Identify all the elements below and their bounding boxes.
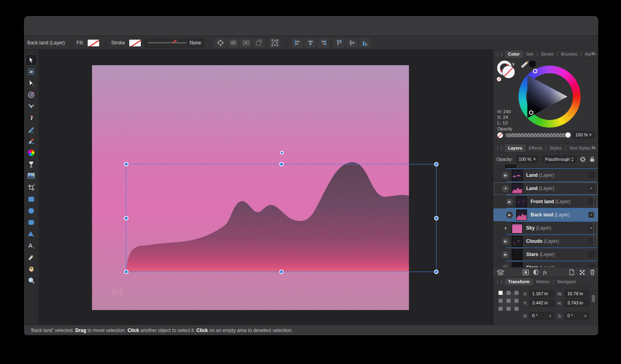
expand-arrow-icon[interactable]: ▶: [502, 251, 509, 258]
tab-layers[interactable]: Layers: [505, 144, 525, 152]
opacity-none-swatch[interactable]: [497, 132, 503, 138]
selection-handle-top-left[interactable]: [124, 162, 128, 166]
h-field[interactable]: 3.743 in: [565, 299, 589, 307]
triangle-tool[interactable]: [25, 228, 37, 240]
panel-grip[interactable]: ❘❘: [496, 146, 503, 150]
visibility-checkbox[interactable]: [589, 252, 594, 257]
layer-row-land-2[interactable]: ▼ Land (Layer) ✓: [493, 182, 598, 195]
blend-mode-dropdown[interactable]: Passthrough▲▼: [542, 155, 577, 163]
transparency-tool[interactable]: [25, 158, 37, 170]
selection-handle-bottom-center[interactable]: [279, 270, 284, 274]
opacity-slider[interactable]: [505, 133, 569, 137]
selection-bounding-box[interactable]: [126, 164, 437, 272]
align-middle-icon[interactable]: [346, 38, 358, 48]
opacity-slider-handle[interactable]: [565, 132, 571, 138]
layers-opacity-dropdown[interactable]: 100 %▼: [516, 155, 539, 163]
align-right-icon[interactable]: [317, 38, 329, 48]
delete-layer-trash-icon[interactable]: [590, 269, 595, 275]
layer-row-land-1[interactable]: ▶ Land (Layer): [493, 169, 598, 182]
layer-row-partial-top[interactable]: [493, 164, 598, 169]
tab-history[interactable]: History: [533, 278, 553, 286]
tab-text-styles[interactable]: Text Styles: [566, 144, 593, 152]
node-tool[interactable]: [25, 77, 37, 89]
layer-stack-icon[interactable]: [497, 270, 505, 275]
panel-grip[interactable]: ❘❘: [496, 280, 503, 284]
selection-handle-top-right[interactable]: [434, 162, 439, 166]
lock-icon[interactable]: [589, 156, 595, 162]
canvas-pasteboard[interactable]: 16: [39, 50, 493, 325]
stroke-swatch[interactable]: [129, 39, 141, 47]
center-selection-icon[interactable]: [240, 38, 252, 48]
w-field[interactable]: 10.78 in: [565, 290, 589, 298]
color-opacity-dropdown[interactable]: 100 %▼: [573, 131, 595, 139]
sl-selector[interactable]: [529, 110, 533, 115]
selection-handle-bottom-right[interactable]: [434, 270, 439, 274]
fill-swatch[interactable]: [87, 39, 100, 47]
layer-row-front-land[interactable]: ▶ Front land (Layer): [493, 195, 598, 208]
tab-brushes[interactable]: Brushes: [558, 50, 580, 58]
x-field[interactable]: 1.167 in: [529, 290, 554, 298]
transform-bounds-icon[interactable]: [253, 38, 264, 48]
align-bottom-icon[interactable]: [359, 38, 371, 48]
place-image-tool[interactable]: [25, 170, 37, 182]
move-tool[interactable]: [25, 54, 37, 66]
expand-arrow-icon[interactable]: ▶: [506, 198, 513, 205]
layers-scrollbar[interactable]: [593, 196, 597, 245]
tab-color[interactable]: Color: [505, 50, 523, 58]
snap-target-icon[interactable]: [214, 38, 226, 48]
expand-arrow-icon[interactable]: ▶: [506, 212, 513, 218]
color-picker-tool[interactable]: [25, 251, 37, 263]
selection-handle-mid-left[interactable]: [124, 216, 128, 220]
vector-crop-tool[interactable]: [25, 182, 37, 193]
color-wheel[interactable]: [519, 66, 581, 128]
stroke-width-slider[interactable]: None: [144, 38, 204, 48]
collapse-arrow-icon[interactable]: ▼: [502, 225, 509, 232]
layer-row-sky[interactable]: ▼ Sky (Layer) ✓: [493, 222, 598, 235]
fill-tool[interactable]: [25, 147, 37, 158]
adjustment-icon[interactable]: [533, 269, 539, 275]
layer-row-stars-1[interactable]: ▶ Stars (Layer): [493, 248, 598, 261]
selection-handle-bottom-left[interactable]: [124, 270, 128, 274]
layer-row-back-land[interactable]: ▶ Back land (Layer) ✓: [493, 208, 598, 222]
expand-arrow-icon[interactable]: ▶: [502, 172, 509, 179]
align-center-h-icon[interactable]: [304, 38, 316, 48]
align-left-icon[interactable]: [292, 38, 303, 48]
color-picker-sample[interactable]: [519, 60, 537, 69]
vector-brush-tool[interactable]: [25, 135, 37, 147]
tab-swatches[interactable]: Swt: [523, 50, 537, 58]
rotation-dropdown[interactable]: 0 °▼: [529, 312, 554, 320]
view-tool[interactable]: [25, 263, 37, 274]
anchor-point-selector[interactable]: [498, 290, 519, 311]
collapse-arrow-icon[interactable]: ▼: [502, 185, 509, 192]
visibility-checkbox[interactable]: [589, 172, 594, 178]
shear-dropdown[interactable]: 0 °▼: [565, 312, 589, 320]
new-layer-icon[interactable]: [569, 269, 575, 275]
panel-menu-icon[interactable]: ≡▾: [591, 51, 596, 56]
tab-styles[interactable]: Styles: [547, 144, 565, 152]
panel-grip[interactable]: ❘❘: [496, 52, 503, 56]
align-top-icon[interactable]: [333, 38, 345, 48]
zoom-tool[interactable]: [25, 274, 37, 286]
rounded-rectangle-tool[interactable]: [25, 216, 37, 228]
hue-selector[interactable]: [533, 69, 537, 73]
view-selection-icon[interactable]: [227, 38, 239, 48]
rotate-selection-icon[interactable]: [269, 38, 280, 48]
visibility-checkbox[interactable]: ✓: [589, 186, 594, 191]
layer-settings-gear-icon[interactable]: [579, 156, 586, 163]
selection-rotation-handle[interactable]: [280, 151, 284, 154]
point-transform-tool[interactable]: [25, 89, 37, 100]
y-field[interactable]: 3.442 in: [529, 299, 554, 307]
tab-effects[interactable]: Effects: [525, 144, 545, 152]
pencil-tool[interactable]: [25, 124, 37, 135]
panel-menu-icon[interactable]: ≡▾: [591, 145, 596, 150]
layer-row-clouds[interactable]: ▶ Clouds (Layer): [493, 235, 598, 248]
selection-handle-mid-right[interactable]: [434, 216, 439, 220]
ellipse-tool[interactable]: [25, 205, 37, 216]
tab-transform[interactable]: Transform: [505, 278, 533, 286]
fill-stroke-selector[interactable]: [496, 60, 520, 82]
tab-navigator[interactable]: Navigator: [554, 278, 579, 286]
selection-handle-top-center[interactable]: [279, 162, 284, 166]
pen-tool[interactable]: [25, 112, 37, 124]
layer-row-stars-2[interactable]: ▶ Stars (Layer): [493, 261, 598, 268]
new-pixel-layer-icon[interactable]: [579, 270, 585, 275]
